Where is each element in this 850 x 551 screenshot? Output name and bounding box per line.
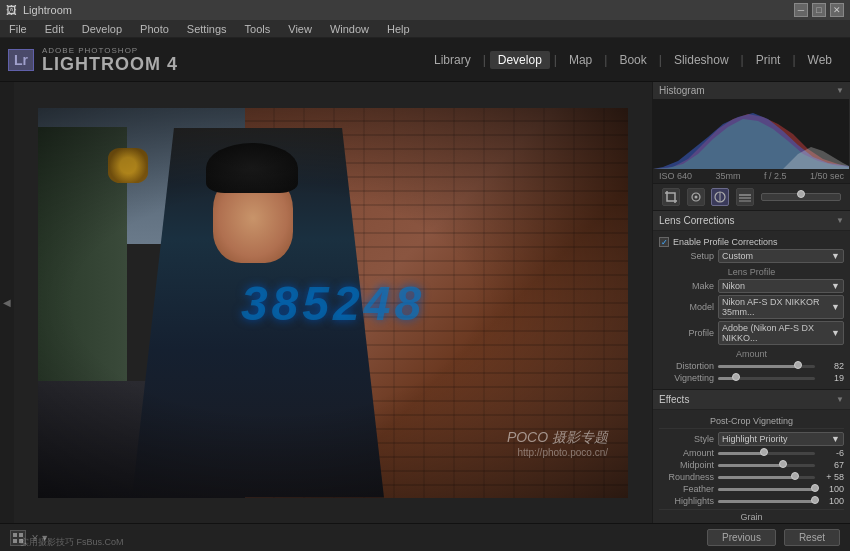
svg-rect-13 [13,539,17,543]
hist-shutter: 1/50 sec [810,171,844,181]
histogram-collapse-icon[interactable]: ▼ [836,86,844,95]
menu-photo[interactable]: Photo [137,23,172,35]
distortion-label: Distortion [659,361,714,371]
nav-buttons: Previous Reset [707,529,840,546]
lens-corrections-header[interactable]: Lens Corrections ▼ [653,211,850,231]
tab-slideshow[interactable]: Slideshow [666,51,737,69]
enable-corrections-row: Enable Profile Corrections [659,235,844,249]
adjustment-brush-tool[interactable] [711,188,729,206]
menu-view[interactable]: View [285,23,315,35]
tab-book[interactable]: Book [611,51,654,69]
enable-corrections-label: Enable Profile Corrections [673,237,778,247]
histogram-chart [653,99,849,169]
effects-header[interactable]: Effects ▼ [653,390,850,410]
effects-style-label: Style [659,434,714,444]
hist-iso: ISO 640 [659,171,692,181]
lens-corrections-content: Enable Profile Corrections Setup Custom … [653,231,850,389]
photo-viewer: 385248 POCO 摄影专题 http://photo.poco.cn/ [38,108,628,498]
image-area: 385248 POCO 摄影专题 http://photo.poco.cn/ [14,82,652,523]
histogram-section: Histogram ▼ ISO 640 35mm f / 2.5 [653,82,850,184]
vignetting-label: Vignetting [659,373,714,383]
app-title: LIGHTROOM 4 [42,55,178,73]
effects-style-row: Style Highlight Priority ▼ [659,432,844,446]
lens-corrections-title: Lens Corrections [659,215,735,226]
profile-row: Profile Adobe (Nikon AF-S DX NIKKO... ▼ [659,321,844,345]
vignetting-value: 19 [819,373,844,383]
effects-collapse: ▼ [836,395,844,404]
vignetting-row: Vignetting 19 [659,373,844,383]
tab-develop[interactable]: Develop [490,51,550,69]
bottom-watermark: 实用摄影技巧 FsBus.CoM [20,536,124,549]
crop-tool[interactable] [662,188,680,206]
effects-feather-value: 100 [819,484,844,494]
tab-map[interactable]: Map [561,51,600,69]
spot-removal-tool[interactable] [687,188,705,206]
app-header: Lr ADOBE PHOTOSHOP LIGHTROOM 4 Library |… [0,38,850,82]
previous-button[interactable]: Previous [707,529,776,546]
histogram-header: Histogram ▼ [653,82,850,99]
title-bar: 🖼 Lightroom ─ □ ✕ [0,0,850,20]
menu-bar: File Edit Develop Photo Settings Tools V… [0,20,850,38]
effects-roundness-row: Roundness + 58 [659,472,844,482]
tab-print[interactable]: Print [748,51,789,69]
model-row: Model Nikon AF-S DX NIKKOR 35mm... ▼ [659,295,844,319]
exposure-slider[interactable] [761,193,841,201]
profile-dropdown[interactable]: Adobe (Nikon AF-S DX NIKKO... ▼ [718,321,844,345]
effects-highlights-label: Highlights [659,496,714,506]
vignetting-slider[interactable] [718,377,815,380]
effects-midpoint-row: Midpoint 67 [659,460,844,470]
tab-library[interactable]: Library [426,51,479,69]
effects-roundness-slider[interactable] [718,476,815,479]
amount-section-label: Amount [659,347,844,361]
close-button[interactable]: ✕ [830,3,844,17]
menu-edit[interactable]: Edit [42,23,67,35]
hist-info: ISO 640 35mm f / 2.5 1/50 sec [653,169,850,183]
logo: Lr ADOBE PHOTOSHOP LIGHTROOM 4 [8,46,178,73]
tool-bar [653,184,850,211]
effects-highlights-slider[interactable] [718,500,815,503]
svg-point-5 [694,196,697,199]
distortion-slider[interactable] [718,365,815,368]
left-panel-toggle[interactable]: ◀ [0,82,14,523]
effects-feather-label: Feather [659,484,714,494]
effects-amount-slider[interactable] [718,452,815,455]
lens-corrections-section: Lens Corrections ▼ Enable Profile Correc… [653,211,850,390]
effects-roundness-label: Roundness [659,472,714,482]
setup-label: Setup [659,251,714,261]
effects-feather-slider[interactable] [718,488,815,491]
maximize-button[interactable]: □ [812,3,826,17]
make-dropdown[interactable]: Nikon ▼ [718,279,844,293]
menu-help[interactable]: Help [384,23,413,35]
menu-file[interactable]: File [6,23,30,35]
model-dropdown[interactable]: Nikon AF-S DX NIKKOR 35mm... ▼ [718,295,844,319]
effects-section: Effects ▼ Post-Crop Vignetting Style Hig… [653,390,850,523]
menu-window[interactable]: Window [327,23,372,35]
effects-amount-row: Amount -6 [659,448,844,458]
bottom-bar: Y ▼ 实用摄影技巧 FsBus.CoM Previous Reset [0,523,850,551]
minimize-button[interactable]: ─ [794,3,808,17]
effects-style-dropdown[interactable]: Highlight Priority ▼ [718,432,844,446]
reset-button[interactable]: Reset [784,529,840,546]
grad-filter-tool[interactable] [736,188,754,206]
left-collapse-icon: ◀ [3,297,11,308]
hist-aperture: f / 2.5 [764,171,787,181]
effects-content: Post-Crop Vignetting Style Highlight Pri… [653,410,850,523]
right-panel: Histogram ▼ ISO 640 35mm f / 2.5 [652,82,850,523]
menu-settings[interactable]: Settings [184,23,230,35]
distortion-value: 82 [819,361,844,371]
grain-label: Grain [659,509,844,523]
effects-amount-value: -6 [819,448,844,458]
tab-web[interactable]: Web [800,51,840,69]
effects-title: Effects [659,394,689,405]
effects-midpoint-slider[interactable] [718,464,815,467]
enable-corrections-checkbox[interactable] [659,237,669,247]
menu-tools[interactable]: Tools [242,23,274,35]
distortion-row: Distortion 82 [659,361,844,371]
effects-roundness-value: + 58 [819,472,844,482]
menu-develop[interactable]: Develop [79,23,125,35]
histogram-canvas [653,99,849,169]
effects-midpoint-label: Midpoint [659,460,714,470]
effects-midpoint-value: 67 [819,460,844,470]
model-label: Model [659,302,714,312]
setup-dropdown[interactable]: Custom ▼ [718,249,844,263]
